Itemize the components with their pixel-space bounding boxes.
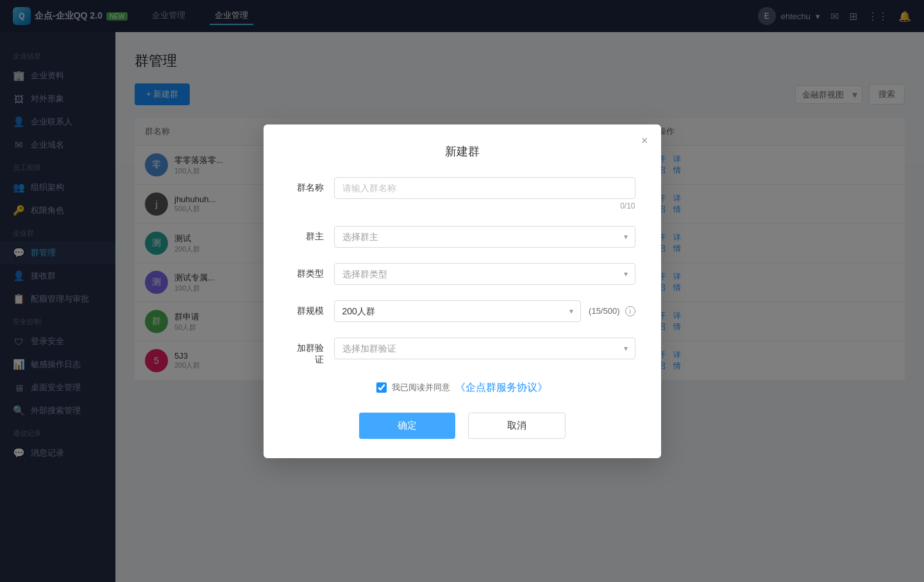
form-row-owner: 群主 选择群主 ▾ (289, 226, 635, 248)
confirm-button[interactable]: 确定 (359, 413, 455, 439)
name-wrapper: 0/10 (334, 177, 635, 210)
type-wrapper: 选择群类型 ▾ (334, 263, 635, 285)
info-icon[interactable]: i (625, 306, 635, 316)
label-type: 群类型 (289, 263, 334, 280)
modal-overlay[interactable]: × 新建群 群名称 0/10 群主 选择群主 ▾ 群类型 (0, 0, 924, 582)
size-select[interactable]: 200人群 500人群 (334, 300, 582, 322)
form-row-type: 群类型 选择群类型 ▾ (289, 263, 635, 285)
char-count: 0/10 (334, 201, 635, 210)
verification-wrapper: 选择加群验证 ▾ (334, 338, 635, 359)
type-select[interactable]: 选择群类型 (334, 263, 635, 285)
modal-footer: 确定 取消 (289, 413, 635, 439)
label-size: 群规模 (289, 300, 334, 317)
label-group-name: 群名称 (289, 177, 334, 194)
agreement-checkbox[interactable] (376, 382, 387, 393)
verification-select[interactable]: 选择加群验证 (334, 338, 635, 359)
new-group-modal: × 新建群 群名称 0/10 群主 选择群主 ▾ 群类型 (264, 124, 661, 458)
quota-info: (15/500) i (589, 306, 635, 316)
modal-close-button[interactable]: × (641, 135, 648, 146)
agreement-row: 我已阅读并同意 《企点群服务协议》 (289, 381, 635, 395)
label-owner: 群主 (289, 226, 334, 243)
modal-title: 新建群 (289, 144, 635, 159)
agreement-link[interactable]: 《企点群服务协议》 (455, 381, 548, 395)
size-wrapper: 200人群 500人群 ▾ (15/500) i (334, 300, 635, 322)
form-row-size: 群规模 200人群 500人群 ▾ (15/500) i (289, 300, 635, 322)
form-row-name: 群名称 0/10 (289, 177, 635, 210)
quota-text: (15/500) (589, 306, 619, 316)
label-verification: 加群验证 (289, 338, 334, 366)
form-row-verification: 加群验证 选择加群验证 ▾ (289, 338, 635, 366)
agreement-text: 我已阅读并同意 (392, 382, 450, 393)
owner-wrapper: 选择群主 ▾ (334, 226, 635, 248)
group-name-input[interactable] (334, 177, 635, 199)
owner-select[interactable]: 选择群主 (334, 226, 635, 248)
cancel-button[interactable]: 取消 (468, 413, 566, 439)
